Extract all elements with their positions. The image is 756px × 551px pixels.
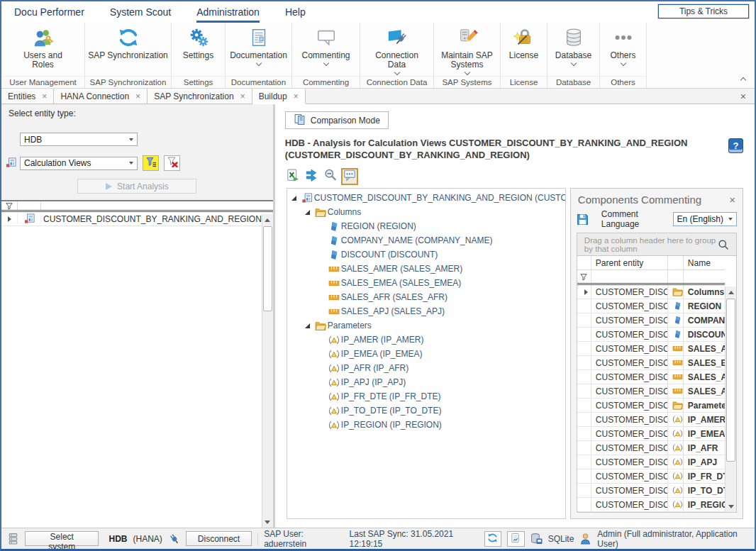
- column-header[interactable]: Name: [684, 256, 737, 269]
- tab[interactable]: Buildup: [252, 89, 306, 104]
- tab-close-icon[interactable]: [240, 92, 245, 101]
- search-icon[interactable]: [718, 239, 729, 250]
- scrollbar[interactable]: [262, 214, 273, 528]
- entity-row[interactable]: CUSTOMER_DISCOUNT_BY_RANKING_AND_REGION: [1, 212, 262, 226]
- scroll-up-icon[interactable]: [262, 214, 273, 226]
- folder-icon: [668, 399, 684, 412]
- tree-item[interactable]: SALES_APJ (SALES_APJ): [287, 304, 565, 318]
- ribbon-button[interactable]: Others: [600, 23, 646, 76]
- clear-filter-button[interactable]: [164, 155, 180, 171]
- menu-item[interactable]: Docu Performer: [14, 1, 84, 23]
- grid-row[interactable]: CUSTOMER_DISCOUNT_BY_RANKING_AND_REGION …: [577, 313, 725, 328]
- tree-item[interactable]: REGION (REGION): [287, 219, 565, 233]
- ribbon-button[interactable]: Users and Roles: [1, 23, 84, 76]
- ribbon-button[interactable]: Maintain SAP Systems: [434, 23, 500, 76]
- scroll-thumb[interactable]: [726, 299, 735, 462]
- grid-row[interactable]: CUSTOMER_DISCOUNT_BY_RANKING_AND_REGION …: [577, 299, 725, 313]
- toolbar-button[interactable]: [322, 168, 339, 185]
- filter-button[interactable]: [143, 155, 159, 171]
- grid-row[interactable]: CUSTOMER_DISCOUNT_BY_RANKING_AND_REGION …: [577, 413, 725, 427]
- toolbar-button[interactable]: [341, 168, 358, 185]
- tab-close-icon[interactable]: [42, 92, 47, 101]
- grid-row[interactable]: CUSTOMER_DISCOUNT_BY_RANKING_AND_REGION …: [577, 384, 725, 399]
- ribbon-button[interactable]: Commenting: [292, 23, 360, 76]
- tree-item[interactable]: IP_FR_DTE (IP_FR_DTE): [287, 389, 565, 403]
- scroll-thumb[interactable]: [263, 226, 272, 311]
- column-header[interactable]: Parent entity: [591, 256, 668, 269]
- tabstrip-close-icon[interactable]: [740, 91, 755, 102]
- grid-row[interactable]: CUSTOMER_DISCOUNT_BY_RANKING_AND_REGION …: [577, 328, 725, 342]
- scroll-down-icon[interactable]: [726, 501, 736, 512]
- grid-row[interactable]: CUSTOMER_DISCOUNT_BY_RANKING_AND_REGION …: [577, 427, 725, 441]
- grid-row[interactable]: CUSTOMER_DISCOUNT_BY_RANKING_AND_REGION …: [577, 285, 725, 299]
- tab[interactable]: Entities: [1, 89, 54, 104]
- group-by-bar[interactable]: Drag a column header here to group by th…: [577, 233, 736, 256]
- toolbar-button[interactable]: [303, 168, 320, 185]
- tree-item[interactable]: IP_EMEA (IP_EMEA): [287, 347, 565, 361]
- tab-close-icon[interactable]: [135, 92, 140, 101]
- sync-now-button[interactable]: [484, 531, 501, 547]
- help-icon[interactable]: [728, 138, 743, 153]
- grid-row[interactable]: CUSTOMER_DISCOUNT_BY_RANKING_AND_REGION …: [577, 441, 725, 455]
- grid-row[interactable]: CUSTOMER_DISCOUNT_BY_RANKING_AND_REGION …: [577, 469, 725, 484]
- ribbon-button[interactable]: Connection Data: [360, 23, 433, 76]
- tree-item[interactable]: IP_APJ (IP_APJ): [287, 375, 565, 389]
- tree-item[interactable]: IP_AFR (IP_AFR): [287, 361, 565, 375]
- tips-tricks-button[interactable]: Tips & Tricks: [658, 4, 749, 18]
- grid-row[interactable]: CUSTOMER_DISCOUNT_BY_RANKING_AND_REGION …: [577, 356, 725, 370]
- grid-row[interactable]: CUSTOMER_DISCOUNT_BY_RANKING_AND_REGION …: [577, 399, 725, 413]
- comparison-mode-button[interactable]: Comparison Mode: [285, 111, 389, 129]
- grid-filter-row[interactable]: [577, 270, 725, 285]
- scrollbar[interactable]: [725, 286, 736, 512]
- menu-item[interactable]: System Scout: [110, 1, 171, 23]
- menu-item[interactable]: Help: [285, 1, 306, 23]
- start-analysis-button[interactable]: Start Analysis: [77, 179, 196, 194]
- tree-item[interactable]: IP_AMER (IP_AMER): [287, 333, 565, 347]
- tree-item[interactable]: CUSTOMER_DISCOUNT_BY_RANKING_AND_REGION …: [287, 191, 565, 205]
- tab[interactable]: HANA Connection: [54, 89, 148, 104]
- comment-language-select[interactable]: En (English): [673, 212, 737, 226]
- ribbon-collapse-button[interactable]: [738, 75, 749, 87]
- expander-icon[interactable]: [305, 210, 314, 215]
- tab-close-icon[interactable]: [294, 92, 299, 101]
- chevron-up-icon: [740, 77, 746, 83]
- grid-row[interactable]: CUSTOMER_DISCOUNT_BY_RANKING_AND_REGION …: [577, 484, 725, 498]
- grid-row[interactable]: CUSTOMER_DISCOUNT_BY_RANKING_AND_REGION …: [577, 498, 725, 512]
- tree-item[interactable]: SALES_EMEA (SALES_EMEA): [287, 276, 565, 290]
- tree-item[interactable]: IP_TO_DTE (IP_TO_DTE): [287, 403, 565, 418]
- tree-item[interactable]: SALES_AMER (SALES_AMER): [287, 262, 565, 276]
- menu-item[interactable]: Administration: [196, 1, 260, 23]
- save-comments-button[interactable]: [577, 213, 589, 226]
- entity-type-select[interactable]: Calculation Views: [20, 157, 138, 170]
- grid-row[interactable]: CUSTOMER_DISCOUNT_BY_RANKING_AND_REGION …: [577, 342, 725, 356]
- tree-item[interactable]: Columns: [287, 205, 565, 219]
- tree-item[interactable]: IP_REGION (IP_REGION): [287, 418, 565, 432]
- chevron-down-icon: [323, 60, 328, 66]
- ribbon-group-caption: User Management: [1, 76, 84, 88]
- scroll-up-icon[interactable]: [726, 286, 736, 298]
- grid-filter-row[interactable]: [1, 201, 273, 212]
- log-button[interactable]: [507, 531, 524, 547]
- system-select[interactable]: HDB: [20, 133, 138, 146]
- ribbon-button[interactable]: Settings: [172, 23, 225, 76]
- tree-item[interactable]: SALES_AFR (SALES_AFR): [287, 290, 565, 304]
- disconnect-button[interactable]: Disconnect: [186, 531, 252, 546]
- ribbon-button[interactable]: Database: [547, 23, 599, 76]
- row-expand-icon[interactable]: [1, 216, 17, 222]
- select-system-button[interactable]: Select system: [25, 531, 99, 546]
- expander-icon[interactable]: [305, 323, 314, 328]
- expander-icon[interactable]: [291, 196, 301, 201]
- grid-row[interactable]: CUSTOMER_DISCOUNT_BY_RANKING_AND_REGION …: [577, 455, 725, 469]
- calcview-icon: [6, 157, 18, 169]
- scroll-down-icon[interactable]: [262, 516, 273, 528]
- ribbon-button[interactable]: License: [501, 23, 547, 76]
- close-icon[interactable]: [729, 194, 735, 206]
- tree-item[interactable]: COMPANY_NAME (COMPANY_NAME): [287, 233, 565, 247]
- ribbon-button[interactable]: Documentation: [226, 23, 291, 76]
- tree-item[interactable]: DISCOUNT (DISCOUNT): [287, 247, 565, 262]
- ribbon-button[interactable]: SAP Synchronization: [85, 23, 171, 76]
- grid-row[interactable]: CUSTOMER_DISCOUNT_BY_RANKING_AND_REGION …: [577, 370, 725, 384]
- tab[interactable]: SAP Synchronization: [148, 89, 252, 104]
- toolbar-button[interactable]: [284, 168, 301, 185]
- tree-item[interactable]: Parameters: [287, 318, 565, 333]
